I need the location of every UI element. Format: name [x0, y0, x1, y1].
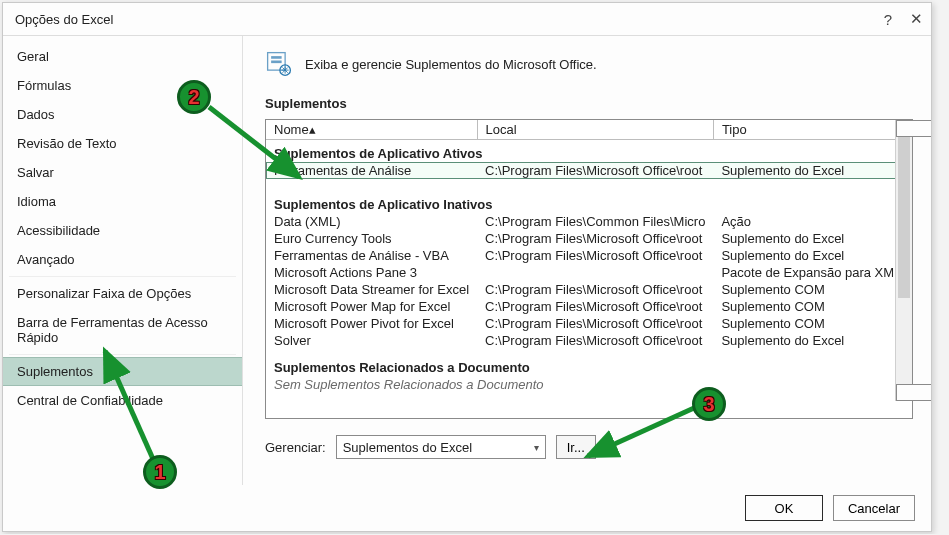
- svg-rect-2: [271, 61, 282, 64]
- manage-combo-value: Suplementos do Excel: [343, 440, 472, 455]
- doc-related-empty: Sem Suplementos Relacionados a Documento: [274, 377, 895, 392]
- ok-button[interactable]: OK: [745, 495, 823, 521]
- group-inactive: Suplementos de Aplicativo Inativos: [266, 179, 895, 213]
- addin-row[interactable]: SolverC:\Program Files\Microsoft Office\…: [266, 332, 895, 349]
- window-title: Opções do Excel: [15, 12, 113, 27]
- addins-grid: Nome▴ Local Tipo Suplementos de Aplicati…: [265, 119, 913, 419]
- sidebar-item-revisao[interactable]: Revisão de Texto: [3, 129, 242, 158]
- addins-manage-icon: [265, 50, 293, 78]
- addin-row[interactable]: Microsoft Actions Pane 3Pacote de Expans…: [266, 264, 895, 281]
- group-active: Suplementos de Aplicativo Ativos: [266, 140, 895, 163]
- col-name[interactable]: Nome▴: [266, 120, 477, 140]
- sidebar-item-idioma[interactable]: Idioma: [3, 187, 242, 216]
- addin-row[interactable]: Microsoft Power Pivot for ExcelC:\Progra…: [266, 315, 895, 332]
- scroll-down-icon[interactable]: ▼: [896, 384, 931, 401]
- sidebar-item-acessibilidade[interactable]: Acessibilidade: [3, 216, 242, 245]
- cancel-button[interactable]: Cancelar: [833, 495, 915, 521]
- close-icon[interactable]: ✕: [910, 10, 923, 28]
- vertical-scrollbar[interactable]: ▲ ▼: [895, 120, 912, 401]
- title-bar: Opções do Excel ? ✕: [3, 3, 931, 35]
- sort-asc-icon: ▴: [309, 122, 316, 137]
- manage-label: Gerenciar:: [265, 440, 326, 455]
- manage-combo[interactable]: Suplementos do Excel ▾: [336, 435, 546, 459]
- addin-row[interactable]: Euro Currency ToolsC:\Program Files\Micr…: [266, 230, 895, 247]
- scroll-thumb[interactable]: [898, 137, 910, 298]
- sidebar-item-central-confiabilidade[interactable]: Central de Confiabilidade: [3, 386, 242, 415]
- sidebar-item-geral[interactable]: Geral: [3, 42, 242, 71]
- intro-text: Exiba e gerencie Suplementos do Microsof…: [305, 57, 597, 72]
- doc-related-title: Suplementos Relacionados a Documento: [274, 360, 895, 375]
- sidebar-item-suplementos[interactable]: Suplementos: [3, 357, 242, 386]
- help-icon[interactable]: ?: [884, 11, 892, 28]
- svg-rect-1: [271, 56, 282, 59]
- section-heading: Suplementos: [265, 96, 913, 111]
- sidebar-item-avancado[interactable]: Avançado: [3, 245, 242, 274]
- excel-options-dialog: Opções do Excel ? ✕ Geral Fórmulas Dados…: [2, 2, 932, 532]
- addin-row[interactable]: Microsoft Data Streamer for ExcelC:\Prog…: [266, 281, 895, 298]
- addin-row[interactable]: Data (XML)C:\Program Files\Common Files\…: [266, 213, 895, 230]
- annotation-badge-2: 2: [177, 80, 211, 114]
- sidebar-item-salvar[interactable]: Salvar: [3, 158, 242, 187]
- addin-row[interactable]: Microsoft Power Map for ExcelC:\Program …: [266, 298, 895, 315]
- go-button[interactable]: Ir...: [556, 435, 596, 459]
- dialog-footer: OK Cancelar: [3, 485, 931, 531]
- main-panel: Exiba e gerencie Suplementos do Microsof…: [243, 36, 931, 485]
- scroll-up-icon[interactable]: ▲: [896, 120, 931, 137]
- sidebar-item-barra-acesso-rapido[interactable]: Barra de Ferramentas de Acesso Rápido: [3, 308, 242, 352]
- sidebar-item-personalizar-faixa[interactable]: Personalizar Faixa de Opções: [3, 279, 242, 308]
- chevron-down-icon: ▾: [534, 442, 539, 453]
- addin-row[interactable]: Ferramentas de Análise - VBAC:\Program F…: [266, 247, 895, 264]
- col-location[interactable]: Local: [477, 120, 713, 140]
- addin-row[interactable]: Ferramentas de Análise C:\Program Files\…: [266, 162, 895, 179]
- annotation-badge-3: 3: [692, 387, 726, 421]
- col-type[interactable]: Tipo: [713, 120, 895, 140]
- annotation-badge-1: 1: [143, 455, 177, 489]
